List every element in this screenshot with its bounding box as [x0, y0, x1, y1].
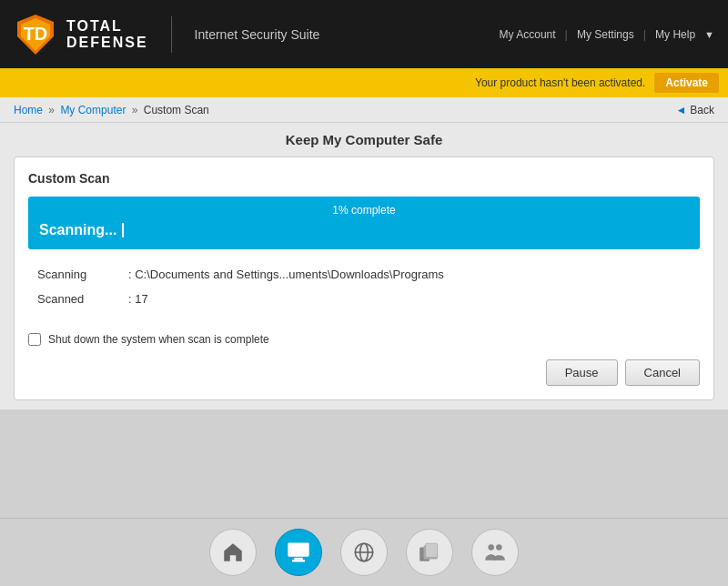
svg-point-13: [488, 544, 494, 551]
page-title: Keep My Computer Safe: [14, 132, 714, 147]
nav-my-computer-button[interactable]: [275, 529, 322, 576]
shutdown-checkbox-area: Shut down the system when scan is comple…: [28, 333, 700, 346]
logo-divider: [171, 16, 172, 53]
back-label: Back: [690, 104, 714, 116]
header: TD TOTAL DEFENSE Internet Security Suite…: [0, 0, 728, 68]
breadcrumb: Home » My Computer » Custom Scan: [14, 104, 209, 116]
scan-details: Scanning : C:\Documents and Settings...u…: [37, 268, 700, 306]
shield-logo: TD: [14, 13, 57, 56]
shutdown-checkbox[interactable]: [28, 333, 41, 346]
scanning-detail-label: Scanning: [37, 268, 128, 281]
breadcrumb-my-computer[interactable]: My Computer: [60, 104, 126, 116]
activation-message: Your product hasn't been activated.: [475, 76, 645, 89]
main-content: Keep My Computer Safe Custom Scan 1% com…: [0, 123, 728, 409]
nav-home-button[interactable]: [209, 529, 257, 576]
breadcrumb-home[interactable]: Home: [14, 104, 43, 116]
svg-point-14: [496, 544, 502, 551]
cancel-button[interactable]: Cancel: [625, 359, 700, 386]
progress-label: 1% complete: [39, 204, 689, 217]
nav-family-button[interactable]: [471, 529, 519, 576]
breadcrumb-bar: Home » My Computer » Custom Scan ◄ Back: [0, 97, 728, 123]
scanned-detail-label: Scanned: [37, 292, 128, 306]
cursor-blink: [122, 223, 124, 237]
breadcrumb-sep-1: »: [48, 104, 57, 116]
scanning-detail-value: : C:\Documents and Settings...uments\Dow…: [128, 268, 444, 281]
nav-sep-1: |: [565, 27, 568, 41]
breadcrumb-current: Custom Scan: [144, 104, 209, 116]
breadcrumb-sep-2: »: [132, 104, 141, 116]
scanning-label: Scanning...: [39, 222, 116, 238]
scanned-detail-value: : 17: [128, 292, 148, 306]
shutdown-label[interactable]: Shut down the system when scan is comple…: [48, 333, 269, 346]
scan-progress-container: 1% complete Scanning...: [28, 197, 700, 249]
logo-area: TD TOTAL DEFENSE Internet Security Suite: [14, 13, 319, 56]
bottom-nav: [0, 518, 728, 586]
my-help-link[interactable]: My Help: [651, 26, 700, 43]
back-arrow-icon: ◄: [675, 104, 686, 116]
activation-banner: Your product hasn't been activated. Acti…: [0, 68, 728, 97]
my-settings-link[interactable]: My Settings: [572, 26, 639, 43]
scanning-detail-row: Scanning : C:\Documents and Settings...u…: [37, 268, 700, 281]
svg-rect-6: [292, 560, 305, 561]
svg-rect-4: [290, 545, 308, 555]
logo-text: TOTAL DEFENSE: [66, 18, 148, 51]
svg-rect-5: [294, 558, 302, 560]
scanned-detail-row: Scanned : 17: [37, 292, 700, 306]
activate-button[interactable]: Activate: [654, 73, 719, 93]
card: Custom Scan 1% complete Scanning... Scan…: [14, 157, 714, 400]
nav-links: My Account | My Settings | My Help ▼: [495, 26, 714, 43]
back-button[interactable]: ◄ Back: [675, 104, 714, 116]
my-account-link[interactable]: My Account: [495, 26, 561, 43]
dropdown-arrow: ▼: [704, 29, 714, 40]
scanning-status-text: Scanning...: [39, 222, 689, 238]
svg-text:TD: TD: [24, 24, 48, 44]
svg-rect-12: [426, 543, 438, 557]
card-title: Custom Scan: [28, 171, 700, 186]
product-name: Internet Security Suite: [195, 27, 320, 42]
nav-files-button[interactable]: [406, 529, 453, 576]
nav-sep-2: |: [643, 27, 646, 41]
pause-button[interactable]: Pause: [546, 359, 618, 386]
nav-internet-button[interactable]: [340, 529, 388, 576]
button-row: Pause Cancel: [28, 359, 700, 386]
